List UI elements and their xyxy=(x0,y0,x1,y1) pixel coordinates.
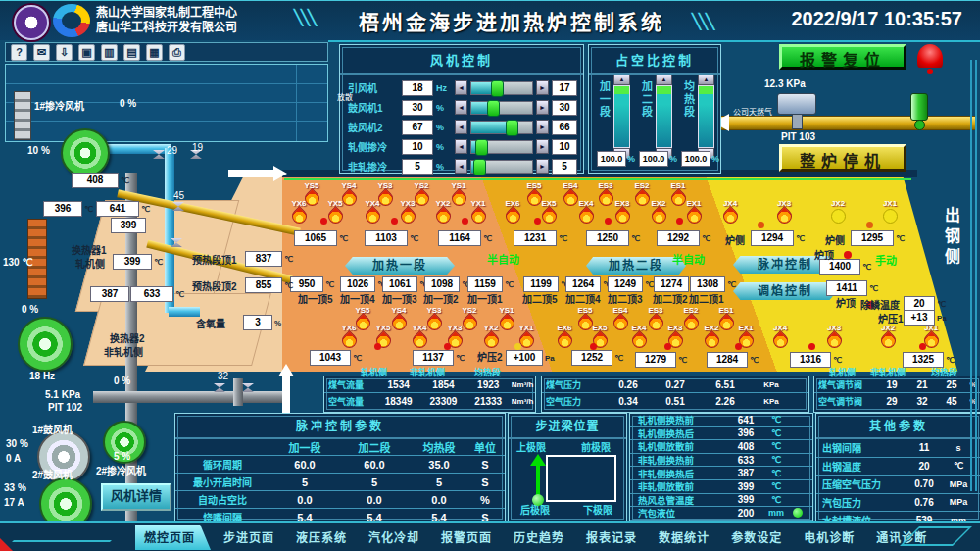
burner-YX2[interactable]: YX2 xyxy=(428,199,458,224)
slider-right-button[interactable]: ► xyxy=(536,100,549,115)
duty-up-button[interactable]: ▲ xyxy=(613,75,630,85)
burner-EX4[interactable]: EX4 xyxy=(624,324,654,348)
burner-JX2[interactable]: JX2 xyxy=(873,324,903,348)
tab-汽化冷却[interactable]: 汽化冷却 xyxy=(360,525,428,550)
pulse-header-cell: 加二段 xyxy=(340,439,409,455)
slider-right-button[interactable]: ► xyxy=(536,80,549,95)
tab-报警页面[interactable]: 报警页面 xyxy=(432,525,501,550)
tab-历史趋势[interactable]: 历史趋势 xyxy=(505,525,573,550)
burner-JX4[interactable]: JX4 xyxy=(715,199,745,224)
fan-slider[interactable] xyxy=(470,140,533,154)
fan-slider[interactable] xyxy=(470,160,533,174)
fan-output-value: 66 xyxy=(552,120,577,135)
duty-slider[interactable] xyxy=(613,85,630,148)
fan-slider-thumb[interactable] xyxy=(475,139,488,156)
tab-电机诊断[interactable]: 电机诊断 xyxy=(795,525,863,550)
section-button[interactable]: 加热二段 xyxy=(586,257,686,275)
alarm-reset-button[interactable]: 报警复位 xyxy=(779,44,906,70)
slider-left-button[interactable]: ◄ xyxy=(455,159,467,174)
flow-row-label: 煤气压力 xyxy=(542,378,605,391)
duty-up-button[interactable]: ▲ xyxy=(698,75,714,85)
burner-EX1[interactable]: EX1 xyxy=(679,199,709,224)
fan-slider[interactable] xyxy=(470,121,533,134)
burner-JX3[interactable]: JX3 xyxy=(769,199,799,224)
fan-slider-thumb[interactable] xyxy=(487,100,500,117)
slider-left-button[interactable]: ◄ xyxy=(455,139,467,154)
burner-JX2[interactable]: JX2 xyxy=(823,199,853,224)
fan-slider-thumb[interactable] xyxy=(491,80,504,97)
value-box: 1274 xyxy=(654,276,689,292)
value-unit-label: ℃ xyxy=(702,234,710,243)
burner-YX5[interactable]: YX5 xyxy=(368,324,398,348)
flame-icon xyxy=(338,330,359,351)
tab-参数设定[interactable]: 参数设定 xyxy=(722,525,791,550)
fan-setpoint-input[interactable]: 30 xyxy=(402,100,433,116)
tab-步进页面[interactable]: 步进页面 xyxy=(215,525,283,550)
value-unit-label: ℃ xyxy=(505,280,514,289)
value-unit-label: Pa xyxy=(937,314,947,323)
burner-JX1[interactable]: JX1 xyxy=(875,199,905,224)
slider-right-button[interactable]: ► xyxy=(536,139,549,154)
alarm-bell-icon[interactable] xyxy=(917,44,943,68)
burner-JX4[interactable]: JX4 xyxy=(765,324,795,348)
tab-燃控页面[interactable]: 燃控页面 xyxy=(135,525,211,550)
burner-YX6[interactable]: YX6 xyxy=(284,199,314,224)
flame-icon xyxy=(628,330,649,351)
fan-slider-thumb[interactable] xyxy=(473,159,486,175)
burner-YX4[interactable]: YX4 xyxy=(358,199,387,224)
burner-EX3[interactable]: EX3 xyxy=(608,199,637,224)
tab-数据统计[interactable]: 数据统计 xyxy=(650,525,718,550)
report-icon[interactable]: ▤ xyxy=(123,44,140,61)
slider-right-button[interactable]: ► xyxy=(536,120,549,134)
fan-slider[interactable] xyxy=(470,101,533,115)
fan-slider-thumb[interactable] xyxy=(506,120,518,136)
folder-icon[interactable]: ▣ xyxy=(78,44,95,61)
section-button[interactable]: 调焰控制 xyxy=(733,282,837,300)
burner-YX6[interactable]: YX6 xyxy=(334,324,364,348)
fan-setpoint-input[interactable]: 5 xyxy=(402,159,433,175)
slider-left-button[interactable]: ◄ xyxy=(455,120,467,134)
slider-left-button[interactable]: ◄ xyxy=(455,80,467,95)
fan-slider[interactable] xyxy=(470,81,533,95)
duty-slider[interactable] xyxy=(656,85,672,148)
duty-up-button[interactable]: ▲ xyxy=(656,75,672,85)
duty-slider[interactable] xyxy=(698,85,714,148)
burner-EX6[interactable]: EX6 xyxy=(550,324,579,348)
furnace-top-pipe-line xyxy=(284,178,911,180)
print-icon[interactable]: ⎙ xyxy=(169,44,185,61)
pressure-transmitter-icon[interactable] xyxy=(777,93,816,115)
furnace-stop-button[interactable]: 整炉停机 xyxy=(779,144,906,172)
tab-液压系统[interactable]: 液压系统 xyxy=(287,525,356,550)
fan-setpoint-input[interactable]: 18 xyxy=(402,80,433,96)
duty-value-wrap: 100.0% xyxy=(639,151,677,167)
burner-EX2[interactable]: EX2 xyxy=(644,199,673,224)
mail-icon[interactable]: ✉ xyxy=(33,44,50,61)
fan-detail-button[interactable]: 风机详情 xyxy=(101,483,172,511)
burner-EX6[interactable]: EX6 xyxy=(498,199,527,224)
section-button[interactable]: 加热一段 xyxy=(345,257,455,275)
burner-JX3[interactable]: JX3 xyxy=(819,324,849,348)
temp-row-label: 轧机侧换热前 xyxy=(630,413,728,426)
induced-draft-fan[interactable] xyxy=(18,317,73,372)
chart-icon[interactable]: ▥ xyxy=(101,44,118,61)
burner-YX2[interactable]: YX2 xyxy=(476,324,506,348)
slider-left-button[interactable]: ◄ xyxy=(455,100,467,115)
fan-setpoint-input[interactable]: 67 xyxy=(402,120,433,135)
fan-setpoint-input[interactable]: 10 xyxy=(402,139,433,155)
slider-right-button[interactable]: ► xyxy=(536,159,549,174)
gas-valve-actuator-icon[interactable] xyxy=(910,93,928,121)
help-icon[interactable]: ? xyxy=(11,44,27,61)
air-riser-arrow-icon xyxy=(278,364,294,376)
tab-报表记录[interactable]: 报表记录 xyxy=(577,525,646,550)
cold-air-fan-1[interactable] xyxy=(61,128,110,177)
value-unit-label: ℃ xyxy=(796,234,805,243)
value-unit-label: ℃ xyxy=(645,280,654,289)
window-icon[interactable]: ▦ xyxy=(146,44,163,61)
burner-EX2[interactable]: EX2 xyxy=(697,324,726,348)
download-icon[interactable]: ⇩ xyxy=(56,44,73,61)
burner-YX4[interactable]: YX4 xyxy=(405,324,434,348)
deco-slashes-right: ╲╲╲ xyxy=(692,13,712,30)
fan-row-4: 非轧掺冷5%◄►5 xyxy=(348,157,577,175)
temp-row-label: 轧机侧换热后 xyxy=(630,426,728,440)
burner-EX4[interactable]: EX4 xyxy=(571,199,601,224)
